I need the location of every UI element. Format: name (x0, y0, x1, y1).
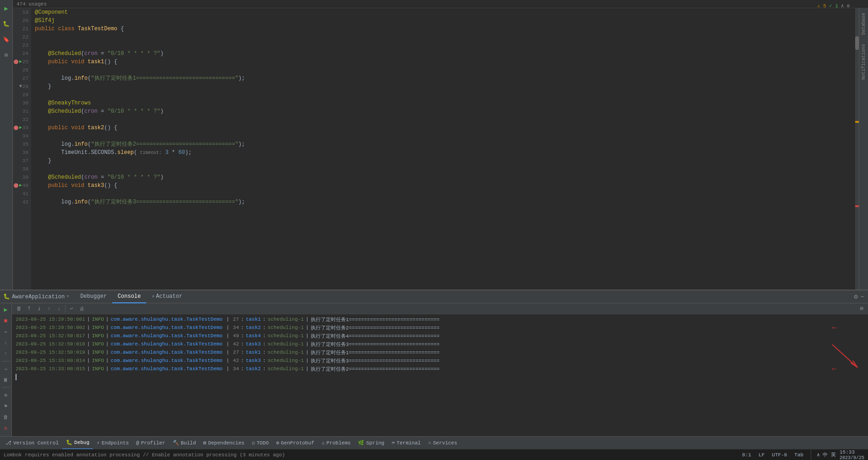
debug-step-in-btn[interactable]: ↓ (1, 338, 11, 347)
tab-services[interactable]: ○ Services (424, 437, 461, 449)
code-line-41 (35, 190, 855, 198)
line-38: 38 (13, 165, 31, 173)
code-line-24: @Scheduled(cron = "0/10 * * * * ?") (35, 49, 855, 58)
code-line-29 (35, 91, 855, 99)
tab-debugger[interactable]: Debugger (75, 290, 112, 303)
code-line-19: @Component (35, 8, 855, 16)
status-lf[interactable]: LF (758, 452, 764, 458)
tab-debug[interactable]: 🐛 Debug (62, 437, 93, 449)
debug-filter-btn[interactable]: ⊘ (1, 423, 11, 433)
log-line-3: 2023-09-25 15:32:50:017 | INFO | com.awa… (16, 332, 864, 340)
tab-console[interactable]: Console (112, 290, 146, 303)
tab-endpoints[interactable]: ⚡ Endpoints (93, 437, 132, 449)
debug-step-out-btn[interactable]: ↑ (1, 349, 11, 358)
code-line-34 (35, 132, 855, 140)
console-cursor-line[interactable] (16, 373, 864, 381)
tab-actuator[interactable]: ⚡Actuator (146, 290, 188, 303)
line-23: 23 (13, 41, 31, 49)
debug-stop-btn[interactable]: ■ (1, 316, 11, 325)
arrow-annotation-1: ← (832, 323, 837, 332)
line-30: 30 (13, 99, 31, 107)
line-42: 42 (13, 198, 31, 206)
tab-genprotobuf[interactable]: ⚙ GenProtobuf (272, 437, 318, 449)
console-clear-btn[interactable]: 🗑 (15, 305, 23, 313)
status-indent[interactable]: Tab (794, 452, 803, 458)
tab-terminal[interactable]: ⌨ Terminal (388, 437, 424, 449)
console-expand-btn[interactable]: ⊞ (858, 305, 865, 312)
log-line-1: 2023-09-25 15:29:50:001 | INFO | com.awa… (16, 315, 864, 323)
spring-icon: 🌿 (358, 440, 364, 446)
debug-settings-btn[interactable]: ⚙ (1, 390, 11, 400)
console-scroll-top-btn[interactable]: ⤒ (25, 305, 33, 313)
sidebar-icon-debug[interactable]: 🐛 (2, 19, 11, 28)
expand-icon[interactable]: ∧ (841, 3, 844, 9)
tab-spring[interactable]: 🌿 Spring (354, 437, 388, 449)
tab-build[interactable]: 🔨 Build (169, 437, 200, 449)
code-line-39: @Scheduled(cron = "0/10 * * * * ?") (35, 173, 855, 181)
genprotobuf-icon: ⚙ (276, 440, 279, 446)
debug-resume-btn[interactable]: ▶ (1, 305, 11, 314)
debug-tab-close[interactable]: × (66, 294, 69, 299)
endpoints-icon: ⚡ (97, 440, 100, 446)
log-line-6: 2023-09-25 15:33:00:014 | INFO | com.awa… (16, 356, 864, 365)
todo-icon: ☑ (252, 440, 255, 446)
line-19: 19 (13, 8, 31, 16)
console-next-btn[interactable]: ↓ (55, 305, 63, 313)
console-scroll-end-btn[interactable]: ⤓ (35, 305, 43, 313)
code-line-36: TimeUnit.SECONDS.sleep( timeout: 3 * 60)… (35, 148, 855, 157)
services-icon: ○ (428, 440, 431, 446)
tab-problems[interactable]: ⚠ Problems (318, 437, 354, 449)
line-34: 34 (13, 132, 31, 140)
console-prev-btn[interactable]: ↑ (45, 305, 53, 313)
code-line-37: } (35, 157, 855, 165)
debug-run-to-cursor-btn[interactable]: ⇒ (1, 364, 11, 373)
line-29: 29 (13, 91, 31, 99)
line-32: 32 (13, 115, 31, 124)
code-line-25: public void task1() { (35, 58, 855, 66)
debug-icon: 🐛 (3, 293, 10, 301)
debug-evaluate-btn[interactable]: 🖩 (1, 375, 11, 384)
profiler-icon: @ (136, 440, 139, 446)
code-line-33: public void task2() { (35, 124, 855, 132)
log-line-4: 2023-09-25 15:32:50:018 | INFO | com.awa… (16, 340, 864, 348)
debug-gear-btn[interactable]: ⚙ (854, 293, 857, 301)
notifications-panel-icon[interactable]: Notifications (861, 44, 866, 80)
code-line-28: } (35, 82, 855, 91)
sidebar-icon-structure[interactable]: ⊞ (2, 50, 11, 60)
debug-bookmark-btn[interactable]: ⚑ (1, 401, 11, 411)
line-31: 31 (13, 107, 31, 115)
line-20: 20 (13, 16, 31, 25)
tab-version-control[interactable]: ⎇ Version Control (2, 437, 62, 449)
settings-icon[interactable]: ⚙ (846, 3, 850, 9)
debug-clear-btn[interactable]: 🗑 (1, 412, 11, 422)
tab-profiler[interactable]: @ Profiler (132, 437, 169, 449)
tab-todo[interactable]: ☑ TODO (248, 437, 272, 449)
log-line-5: 2023-09-25 15:32:50:019 | INFO | com.awa… (16, 348, 864, 356)
code-line-38 (35, 165, 855, 173)
notification-text: Lombok requires enabled annotation proce… (4, 452, 285, 458)
line-28: ▼ 28 (13, 82, 31, 91)
build-icon: 🔨 (173, 440, 179, 446)
system-clock: 15:33 2023/9/25 (840, 449, 864, 460)
problems-icon: ⚠ (322, 440, 325, 446)
console-print-btn[interactable]: 🖨 (77, 305, 86, 313)
line-36: 36 (13, 148, 31, 157)
status-encoding[interactable]: UTF-8 (772, 452, 787, 458)
line-24: 24 (13, 49, 31, 58)
line-40: ▶ 40 (13, 181, 31, 190)
code-line-21: public class TaskTestDemo { (35, 25, 855, 33)
debug-minimize-btn[interactable]: − (861, 293, 864, 301)
sidebar-icon-run[interactable]: ▶ (2, 4, 11, 13)
tab-dependencies[interactable]: ⊞ Dependencies (200, 437, 248, 449)
line-37: 37 (13, 157, 31, 165)
log-line-7: 2023-09-25 15:33:00:015 | INFO | com.awa… (16, 365, 864, 373)
line-39: 39 (13, 173, 31, 181)
db-panel-icon[interactable]: Database (861, 13, 866, 35)
error-count: ✓ 1 (829, 3, 838, 9)
console-soft-wrap-btn[interactable]: ↩ (67, 305, 76, 313)
debug-step-over-btn[interactable]: ↷ (1, 327, 11, 336)
sidebar-icon-bookmark[interactable]: 🔖 (2, 35, 11, 44)
code-line-35: log.info("执行了定时任务2======================… (35, 140, 855, 148)
usage-count: 474 usages (16, 1, 47, 7)
line-27: 27 (13, 74, 31, 82)
